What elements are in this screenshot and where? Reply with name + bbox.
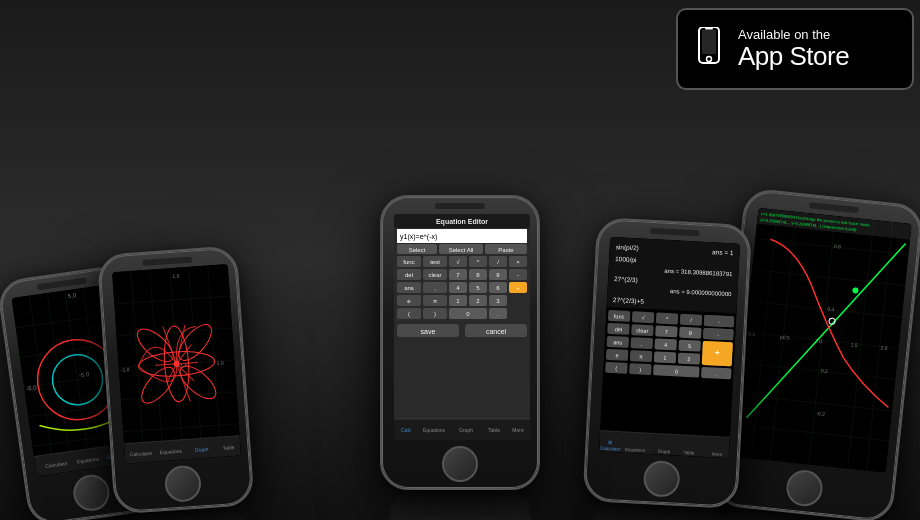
svg-text:Select: Select bbox=[409, 247, 426, 253]
svg-text:del: del bbox=[615, 326, 623, 332]
svg-text:0.5: 0.5 bbox=[748, 330, 756, 337]
svg-text:-0.2: -0.2 bbox=[816, 410, 825, 417]
phone-home-1[interactable] bbox=[71, 473, 112, 514]
svg-line-28 bbox=[131, 271, 144, 463]
svg-text:test: test bbox=[430, 259, 440, 265]
svg-line-213 bbox=[736, 425, 889, 441]
svg-text:func: func bbox=[614, 313, 625, 320]
phone-speaker-2 bbox=[142, 257, 192, 266]
svg-text:y1(x)=e^(-x): y1(x)=e^(-x) bbox=[400, 233, 437, 241]
phone-speaker-4 bbox=[649, 228, 699, 237]
svg-text:1.0: 1.0 bbox=[216, 360, 224, 366]
svg-rect-1 bbox=[702, 30, 716, 54]
svg-text:5: 5 bbox=[688, 343, 691, 349]
svg-text:Select All: Select All bbox=[449, 247, 474, 253]
svg-text:^: ^ bbox=[477, 259, 480, 265]
svg-text:-1.0: -1.0 bbox=[121, 366, 130, 373]
svg-text:Calc: Calc bbox=[401, 427, 412, 433]
svg-text:-5.0: -5.0 bbox=[79, 371, 91, 378]
phone-speaker-5 bbox=[809, 202, 859, 213]
svg-text:Calculator: Calculator bbox=[600, 446, 621, 452]
app-store-badge[interactable]: Available on the App Store bbox=[676, 8, 914, 90]
svg-text:save: save bbox=[421, 328, 436, 335]
svg-text:0.2: 0.2 bbox=[821, 367, 829, 374]
svg-text:Equations: Equations bbox=[625, 447, 646, 453]
svg-text:p0.5: p0.5 bbox=[780, 334, 791, 341]
svg-text:Graph: Graph bbox=[658, 449, 671, 455]
calculator-svg: sin(pi/2) ans = 1 1000/pi ans = 318.3098… bbox=[599, 237, 740, 459]
svg-text:clear: clear bbox=[636, 327, 648, 334]
svg-line-210 bbox=[755, 239, 908, 255]
svg-text:Equations: Equations bbox=[423, 427, 446, 433]
svg-text:func: func bbox=[403, 259, 414, 265]
badge-available-text: Available on the bbox=[738, 28, 849, 42]
svg-text:2: 2 bbox=[687, 356, 690, 362]
svg-text:del: del bbox=[405, 272, 413, 278]
badge-text: Available on the App Store bbox=[738, 28, 849, 71]
phone-rose-graph: 1.0 -1.0 -1.0 1.0 Calculator Equat bbox=[97, 245, 255, 514]
svg-text:(: ( bbox=[408, 311, 410, 317]
svg-text:Graph: Graph bbox=[194, 446, 208, 453]
svg-text:×: × bbox=[516, 259, 520, 265]
svg-text:More: More bbox=[512, 427, 524, 433]
phone-home-2[interactable] bbox=[164, 465, 202, 503]
svg-text:-: - bbox=[517, 272, 519, 278]
phone-screen-3: Equation Editor y1(x)=e^(-x) Select Sele… bbox=[394, 214, 530, 440]
phone-equation-editor: Equation Editor y1(x)=e^(-x) Select Sele… bbox=[380, 195, 540, 490]
svg-text:+: + bbox=[714, 347, 720, 357]
svg-text:Table: Table bbox=[222, 444, 235, 451]
svg-text:π: π bbox=[639, 354, 643, 360]
phone-home-4[interactable] bbox=[642, 460, 680, 498]
phone-calculator: sin(pi/2) ans = 1 1000/pi ans = 318.3098… bbox=[582, 217, 752, 509]
svg-text:π: π bbox=[433, 298, 437, 304]
svg-text:Graph: Graph bbox=[459, 427, 473, 433]
svg-rect-3 bbox=[705, 28, 713, 30]
svg-text:8: 8 bbox=[689, 330, 692, 336]
svg-text:cancel: cancel bbox=[486, 328, 507, 335]
svg-point-225 bbox=[852, 287, 859, 294]
svg-text:4: 4 bbox=[664, 342, 667, 348]
phone-screen-2: 1.0 -1.0 -1.0 1.0 Calculator Equat bbox=[112, 264, 241, 464]
phone-screen-5: x=1.309799585804 Double-tap the screen t… bbox=[732, 208, 911, 473]
svg-line-212 bbox=[749, 301, 902, 317]
svg-text:ans: ans bbox=[613, 339, 622, 345]
svg-text:ans = 1: ans = 1 bbox=[712, 248, 734, 256]
svg-text:): ) bbox=[434, 311, 436, 317]
svg-text:e: e bbox=[615, 352, 618, 358]
svg-text:Paste: Paste bbox=[498, 247, 514, 253]
svg-text:1.5: 1.5 bbox=[850, 341, 858, 348]
svg-text:1: 1 bbox=[663, 355, 666, 361]
svg-text:1.0: 1.0 bbox=[172, 272, 180, 278]
svg-text:Table: Table bbox=[684, 450, 696, 456]
graph-rose-svg: 1.0 -1.0 -1.0 1.0 Calculator Equat bbox=[112, 264, 241, 464]
svg-text:More: More bbox=[712, 451, 723, 457]
badge-store-text: App Store bbox=[738, 42, 849, 71]
equation-editor-svg: Equation Editor y1(x)=e^(-x) Select Sele… bbox=[394, 214, 530, 440]
phone-home-3[interactable] bbox=[442, 446, 478, 482]
phone-screen-4: sin(pi/2) ans = 1 1000/pi ans = 318.3098… bbox=[599, 237, 740, 459]
trace-graph-svg: x=1.309799585804 Double-tap the screen t… bbox=[732, 208, 911, 473]
svg-line-207 bbox=[739, 395, 892, 411]
svg-line-203 bbox=[809, 216, 835, 465]
svg-rect-191 bbox=[599, 431, 730, 459]
phone-speaker-3 bbox=[435, 203, 485, 209]
svg-text:Equation Editor: Equation Editor bbox=[436, 218, 488, 226]
svg-text:+: + bbox=[516, 285, 520, 291]
svg-line-206 bbox=[752, 270, 905, 286]
phone-home-5[interactable] bbox=[785, 468, 825, 508]
app-store-icon bbox=[690, 26, 728, 72]
svg-text:0: 0 bbox=[675, 368, 678, 374]
svg-text:7: 7 bbox=[665, 329, 668, 335]
svg-text:-6.0: -6.0 bbox=[26, 384, 38, 391]
svg-text:ans: ans bbox=[404, 285, 414, 291]
svg-text:2.0: 2.0 bbox=[880, 344, 888, 351]
svg-text:⊞: ⊞ bbox=[608, 439, 612, 445]
svg-line-211 bbox=[742, 363, 895, 379]
svg-text:0.4: 0.4 bbox=[827, 306, 835, 313]
phones-container: 5.0 -5.0 -6.0 2.0 Calculator Equations G… bbox=[0, 20, 920, 520]
svg-text:5.0: 5.0 bbox=[67, 292, 77, 299]
svg-line-7 bbox=[47, 293, 72, 471]
svg-text:Table: Table bbox=[488, 427, 500, 433]
svg-text:0.6: 0.6 bbox=[834, 243, 842, 250]
svg-text:clear: clear bbox=[428, 272, 441, 278]
